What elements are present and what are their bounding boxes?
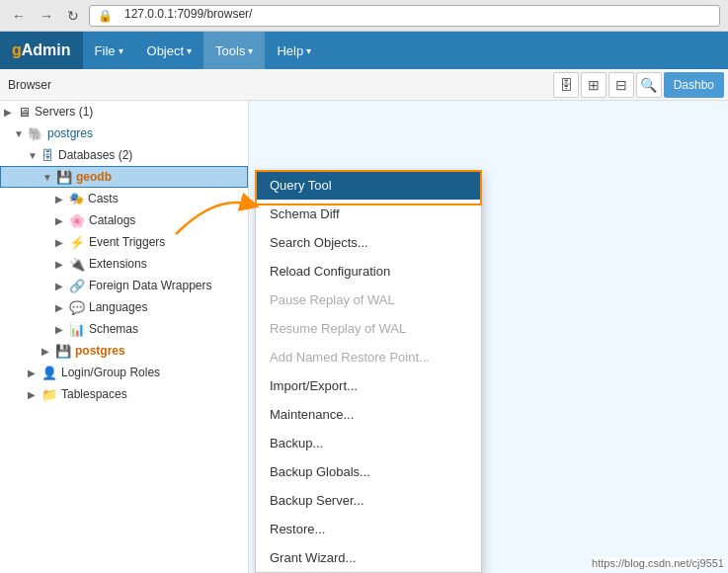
tree-item-schemas[interactable]: ▶ 📊 Schemas [0,318,248,340]
fdw-toggle: ▶ [55,281,69,291]
object-menu-arrow: ▾ [187,45,192,56]
tablespaces-label: Tablespaces [61,387,127,401]
schemas-label: Schemas [89,322,138,336]
pgadmin-logo: gAdmin [0,32,83,69]
back-button[interactable]: ← [8,6,30,26]
logo-prefix: g [12,41,22,59]
languages-icon: 💬 [69,300,85,315]
tree-item-languages[interactable]: ▶ 💬 Languages [0,296,248,318]
languages-label: Languages [89,300,147,314]
dropdown-query-tool[interactable]: Query Tool [256,171,481,200]
extensions-icon: 🔌 [69,257,85,272]
dropdown-import-export[interactable]: Import/Export... [256,371,481,400]
dropdown-backup[interactable]: Backup... [256,429,481,457]
extensions-toggle: ▶ [55,259,69,270]
event-triggers-icon: ⚡ [69,235,85,250]
schemas-icon: 📊 [69,322,85,337]
forward-button[interactable]: → [36,6,57,26]
fdw-label: Foreign Data Wrappers [89,279,212,292]
login-roles-icon: 👤 [41,366,57,380]
database-icon-btn[interactable]: 🗄 [553,72,579,98]
breadcrumb: Browser [4,78,55,92]
pgadmin-header: gAdmin File ▾ Object ▾ Tools ▾ Help ▾ [0,32,728,69]
logo-main: Admin [22,41,71,59]
login-roles-label: Login/Group Roles [61,366,160,379]
lock-icon: 🔒 [98,9,113,23]
catalogs-label: Catalogs [89,213,135,227]
event-triggers-label: Event Triggers [89,235,165,249]
tree-item-postgres-db[interactable]: ▶ 💾 postgres [0,340,248,362]
databases-icon: 🗄 [41,148,54,163]
dropdown-schema-diff[interactable]: Schema Diff [256,200,481,228]
dropdown-pause-replay: Pause Replay of WAL [256,286,481,314]
toolbar-icons: 🗄 ⊞ ⊟ 🔍 Dashbo [553,72,724,98]
watermark: https://blog.csdn.net/cj9551 [592,557,724,569]
reload-button[interactable]: ↻ [63,6,83,26]
dropdown-maintenance[interactable]: Maintenance... [256,400,481,429]
tree-item-tablespaces[interactable]: ▶ 📁 Tablespaces [0,383,248,405]
tablespaces-icon: 📁 [41,387,57,402]
tools-menu-arrow: ▾ [248,45,253,56]
geodb-icon: 💾 [56,170,72,185]
servers-icon: 🖥 [18,105,31,120]
postgres-db-toggle: ▶ [41,346,55,357]
menu-bar: File ▾ Object ▾ Tools ▾ Help ▾ [83,32,324,69]
dropdown-search-objects[interactable]: Search Objects... [256,228,481,257]
geodb-toggle: ▼ [42,172,56,183]
geodb-label: geodb [76,170,112,184]
tablespaces-toggle: ▶ [28,389,41,400]
tree-item-login-roles[interactable]: ▶ 👤 Login/Group Roles [0,362,248,383]
dropdown-reload-config[interactable]: Reload Configuration [256,257,481,286]
tree-item-postgres-server[interactable]: ▼ 🐘 postgres [0,123,248,144]
tree-item-catalogs[interactable]: ▶ 🌸 Catalogs [0,209,248,231]
databases-toggle: ▼ [28,150,41,161]
table-icon-btn[interactable]: ⊞ [581,72,607,98]
dropdown-backup-globals[interactable]: Backup Globals... [256,457,481,486]
databases-label: Databases (2) [58,148,132,162]
toolbar-row: Browser 🗄 ⊞ ⊟ 🔍 Dashbo [0,69,728,101]
languages-toggle: ▶ [55,302,69,313]
tree-item-servers[interactable]: ▶ 🖥 Servers (1) [0,101,248,123]
event-triggers-toggle: ▶ [55,237,69,248]
postgres-server-toggle: ▼ [14,128,28,139]
dropdown-grant-wizard[interactable]: Grant Wizard... [256,543,481,572]
dropdown-restore[interactable]: Restore... [256,515,481,543]
postgres-server-label: postgres [47,126,93,140]
browser-chrome: ← → ↻ 🔒 127.0.0.1:7099/browser/ [0,0,728,32]
address-bar[interactable]: 127.0.0.1:7099/browser/ [117,5,711,27]
tree-item-event-triggers[interactable]: ▶ ⚡ Event Triggers [0,231,248,253]
dashboard-tab[interactable]: Dashbo [664,72,724,98]
tree-item-casts[interactable]: ▶ 🎭 Casts [0,188,248,209]
catalogs-toggle: ▶ [55,215,69,226]
file-menu-arrow: ▾ [119,45,123,56]
dropdown-backup-server[interactable]: Backup Server... [256,486,481,515]
tree-item-geodb[interactable]: ▼ 💾 geodb [0,166,248,188]
help-menu[interactable]: Help ▾ [265,32,323,69]
extensions-label: Extensions [89,257,147,271]
tree-item-databases[interactable]: ▼ 🗄 Databases (2) [0,144,248,166]
sidebar: ▶ 🖥 Servers (1) ▼ 🐘 postgres ▼ 🗄 Databas… [0,101,249,573]
casts-toggle: ▶ [55,194,69,205]
dropdown-resume-replay: Resume Replay of WAL [256,314,481,343]
casts-label: Casts [88,192,119,205]
grid-icon-btn[interactable]: ⊟ [608,72,634,98]
catalogs-icon: 🌸 [69,213,85,228]
help-menu-arrow: ▾ [306,45,311,56]
dropdown-add-restore-point: Add Named Restore Point... [256,343,481,371]
servers-toggle: ▶ [4,107,18,118]
tools-menu[interactable]: Tools ▾ [203,32,265,69]
tree-item-foreign-data-wrappers[interactable]: ▶ 🔗 Foreign Data Wrappers [0,275,248,296]
login-roles-toggle: ▶ [28,368,41,378]
file-menu[interactable]: File ▾ [83,32,135,69]
object-menu[interactable]: Object ▾ [135,32,204,69]
postgres-db-label: postgres [75,344,125,358]
postgres-server-icon: 🐘 [28,126,43,141]
schemas-toggle: ▶ [55,324,69,335]
tools-dropdown: Query Tool Schema Diff Search Objects...… [255,170,482,573]
postgres-db-icon: 💾 [55,344,71,359]
servers-label: Servers (1) [35,105,93,119]
search-icon-btn[interactable]: 🔍 [636,72,662,98]
fdw-icon: 🔗 [69,279,85,293]
main-content: ▶ 🖥 Servers (1) ▼ 🐘 postgres ▼ 🗄 Databas… [0,101,728,573]
tree-item-extensions[interactable]: ▶ 🔌 Extensions [0,253,248,275]
